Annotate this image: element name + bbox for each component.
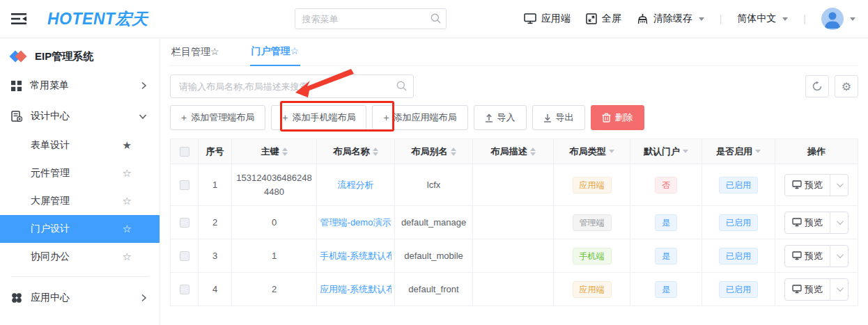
sidebar-item-label: 常用菜单 — [30, 79, 132, 92]
enabled-tag: 已启用 — [719, 177, 758, 193]
preview-dropdown[interactable] — [830, 245, 848, 267]
type-tag: 应用端 — [573, 177, 612, 193]
filter-icon[interactable] — [755, 150, 761, 153]
download-icon — [543, 113, 552, 122]
header-select-all[interactable] — [171, 139, 199, 164]
content-area: 栏目管理☆ 门户管理☆ ⚙ — [160, 38, 868, 325]
button-label: 导出 — [556, 111, 574, 124]
row-checkbox[interactable] — [180, 285, 189, 294]
broom-icon — [637, 13, 649, 24]
document-plus-icon — [11, 111, 22, 122]
table-row: 2 0 管理端-demo演示 default_manage 管理端 是 已启用 … — [171, 206, 858, 239]
header-default-portal[interactable]: 默认门户 — [630, 139, 702, 164]
fullscreen-button[interactable]: 全屏 — [586, 13, 621, 25]
row-checkbox[interactable] — [180, 218, 189, 228]
sort-icon[interactable] — [530, 148, 536, 156]
settings-button[interactable]: ⚙ — [835, 75, 858, 97]
row-checkbox[interactable] — [180, 180, 189, 190]
preview-dropdown[interactable] — [830, 212, 848, 234]
export-button[interactable]: 导出 — [532, 105, 585, 130]
button-label: 删除 — [615, 111, 633, 124]
header-layout-name[interactable]: 布局名称 — [317, 139, 395, 164]
sort-icon[interactable] — [373, 148, 378, 156]
layout-name-link[interactable]: 管理端-demo演示 — [320, 216, 392, 229]
preview-button[interactable]: 预览 — [784, 212, 848, 234]
layout-search-input[interactable] — [170, 74, 414, 98]
preview-dropdown[interactable] — [830, 174, 848, 196]
header-seq: 序号 — [199, 139, 232, 164]
preview-button[interactable]: 预览 — [784, 174, 848, 196]
star-icon[interactable]: ☆ — [123, 251, 132, 263]
header-actions: 操作 — [775, 139, 858, 164]
sidebar-item-common-menu[interactable]: 常用菜单 — [0, 70, 160, 101]
sidebar-item-bigscreen-manage[interactable]: 大屏管理 ☆ — [0, 187, 160, 215]
plus-icon: + — [282, 112, 288, 123]
app-client-button[interactable]: 应用端 — [524, 13, 571, 25]
collapse-menu-icon[interactable] — [10, 10, 28, 28]
preview-label: 预览 — [805, 250, 823, 262]
cell-desc — [473, 273, 554, 306]
monitor-icon — [524, 13, 536, 24]
clear-cache-label: 清除缓存 — [653, 13, 692, 25]
sort-icon[interactable] — [451, 148, 456, 156]
preview-dropdown[interactable] — [830, 278, 848, 301]
language-selector[interactable]: 简体中文 — [737, 13, 788, 25]
preview-button[interactable]: 预览 — [784, 278, 848, 301]
header-layout-desc[interactable]: 布局描述 — [473, 139, 554, 164]
sidebar-item-portal-design[interactable]: 门户设计 ☆ — [0, 215, 160, 243]
menu-search-input[interactable] — [295, 8, 447, 29]
star-icon[interactable]: ☆ — [123, 167, 132, 180]
cell-key: 2 — [232, 273, 317, 306]
delete-button[interactable]: 删除 — [591, 105, 644, 130]
star-icon[interactable]: ☆ — [123, 223, 132, 235]
clear-cache-button[interactable]: 清除缓存 — [637, 13, 704, 25]
preview-button[interactable]: 预览 — [784, 245, 848, 267]
preview-label: 预览 — [805, 179, 823, 191]
header-enabled[interactable]: 是否启用 — [702, 139, 775, 164]
preview-label: 预览 — [805, 283, 823, 296]
filter-icon[interactable] — [683, 150, 688, 153]
sidebar-item-design-center[interactable]: 设计中心 — [0, 101, 160, 132]
search-icon — [396, 81, 407, 91]
star-icon[interactable]: ☆ — [123, 195, 132, 207]
search-icon — [431, 13, 441, 24]
sidebar-item-collaboration[interactable]: 协同办公 ☆ — [0, 243, 160, 271]
sidebar-item-form-design[interactable]: 表单设计 ★ — [0, 132, 160, 159]
layout-name-link[interactable]: 应用端-系统默认布 — [320, 283, 392, 296]
sort-icon[interactable] — [282, 148, 288, 156]
avatar[interactable] — [821, 8, 844, 30]
import-button[interactable]: 导入 — [474, 105, 527, 130]
header-layout-type[interactable]: 布局类型 — [554, 139, 630, 164]
header-layout-alias[interactable]: 布局别名 — [395, 139, 473, 164]
star-icon[interactable]: ★ — [123, 139, 132, 152]
chevron-down-icon — [699, 17, 704, 21]
tab-portal-manage[interactable]: 门户管理☆ — [250, 45, 301, 66]
layout-search — [170, 74, 414, 98]
monitor-icon — [792, 218, 802, 227]
add-manage-layout-button[interactable]: + 添加管理端布局 — [170, 105, 265, 130]
cell-key: 1 — [232, 239, 317, 273]
refresh-button[interactable] — [805, 75, 829, 97]
user-menu[interactable] — [821, 8, 855, 30]
select-all-checkbox[interactable] — [180, 147, 189, 157]
layout-name-link[interactable]: 流程分析 — [320, 179, 392, 191]
cell-alias: default_mobile — [395, 239, 473, 273]
plus-icon: + — [383, 112, 389, 123]
chevron-down-icon — [837, 218, 844, 225]
refresh-icon — [812, 81, 823, 92]
sidebar-item-app-center[interactable]: 应用中心 — [0, 283, 160, 313]
table-row: 3 1 手机端-系统默认布 default_mobile 手机端 是 已启用 预… — [171, 239, 858, 273]
table-header-row: 序号 主键 布局名称 布局别名 布局描述 布局类型 默认门户 是否启用 操作 — [171, 139, 858, 164]
table-row: 1 1531240364862484480 流程分析 lcfx 应用端 否 已启… — [171, 164, 858, 206]
layout-name-link[interactable]: 手机端-系统默认布 — [320, 250, 392, 262]
menu-search — [295, 8, 447, 29]
sidebar-item-component-manage[interactable]: 元件管理 ☆ — [0, 159, 160, 187]
row-checkbox[interactable] — [180, 251, 189, 261]
filter-icon[interactable] — [609, 150, 614, 153]
header-key[interactable]: 主键 — [232, 139, 317, 164]
monitor-icon — [792, 285, 802, 294]
default-portal-tag: 是 — [655, 281, 677, 298]
tab-column-manage[interactable]: 栏目管理☆ — [170, 46, 221, 65]
add-app-layout-button[interactable]: + 添加应用端布局 — [372, 105, 467, 130]
add-mobile-layout-button[interactable]: + 添加手机端布局 — [271, 105, 366, 130]
